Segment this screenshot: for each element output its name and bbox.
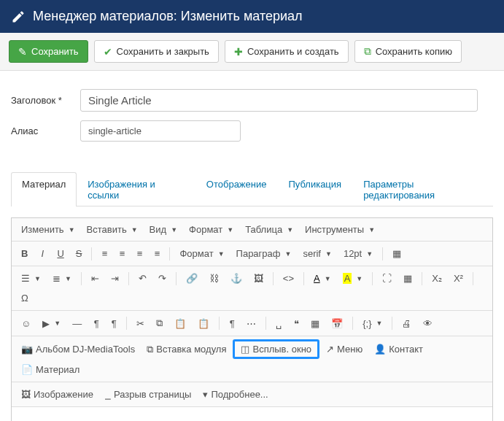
imageinsert-button[interactable]: 🖼Изображение — [16, 385, 98, 403]
fullscreen-button[interactable]: ⛶ — [377, 269, 397, 287]
align-justify-button[interactable]: ≡ — [149, 244, 165, 263]
paste-button[interactable]: 📋 — [169, 314, 191, 333]
align-center-button[interactable]: ≡ — [114, 244, 130, 263]
align-right-button[interactable]: ≡ — [131, 244, 147, 263]
showblocks-button[interactable]: ¶ — [224, 314, 240, 333]
tab-material[interactable]: Материал — [11, 172, 77, 206]
nbsp-button[interactable]: ␣ — [271, 314, 287, 333]
menu-edit[interactable]: Изменить▼ — [16, 221, 80, 238]
module-icon: ⧉ — [147, 344, 153, 355]
paragraph-select[interactable]: Параграф▼ — [231, 245, 297, 262]
bold-button[interactable]: B — [16, 244, 33, 263]
bgcolor-button[interactable]: A▼ — [338, 269, 368, 287]
tabs: Материал Изображения и ссылки Отображени… — [11, 172, 493, 206]
align-left-button[interactable]: ≡ — [96, 244, 112, 263]
menu-table[interactable]: Таблица▼ — [240, 221, 298, 238]
module-button[interactable]: ⧉Вставка модуля — [141, 340, 231, 359]
title-input[interactable] — [80, 89, 478, 112]
content-p1: Lorem ipsum dolor sit amet, consectetur … — [23, 418, 481, 421]
menu-tools[interactable]: Инструменты▼ — [300, 221, 380, 238]
copy-icon: ⧉ — [364, 45, 371, 58]
crop-icon: ◫ — [241, 344, 249, 355]
popup-button[interactable]: ◫Всплыв. окно — [233, 339, 319, 359]
hr-button[interactable]: — — [67, 314, 87, 333]
menuitem-button[interactable]: ↗Меню — [321, 340, 368, 358]
template-button[interactable]: ▦ — [387, 244, 406, 263]
unlink-button[interactable]: ⛓ — [204, 269, 224, 287]
save-copy-button[interactable]: ⧉Сохранить копию — [354, 40, 462, 63]
contact-button[interactable]: 👤Контакт — [369, 340, 428, 358]
print-button[interactable]: 🖨 — [397, 314, 416, 333]
ul-button[interactable]: ☰▼ — [16, 269, 46, 287]
textcolor-button[interactable]: A▼ — [309, 269, 336, 287]
tab-display[interactable]: Отображение — [195, 172, 278, 206]
superscript-button[interactable]: X² — [449, 269, 468, 287]
redo-button[interactable]: ↷ — [153, 269, 171, 287]
image-button[interactable]: 🖼 — [249, 269, 268, 287]
code-button[interactable]: <> — [278, 269, 299, 287]
menu-format[interactable]: Формат▼ — [184, 221, 239, 238]
codesample-button[interactable]: {;}▼ — [357, 314, 387, 333]
tab-publish[interactable]: Публикация — [277, 172, 352, 206]
font-select[interactable]: serif▼ — [298, 245, 336, 262]
italic-button[interactable]: I — [34, 244, 50, 263]
tab-params[interactable]: Параметры редактирования — [352, 172, 493, 206]
outdent-button[interactable]: ⇤ — [86, 269, 104, 287]
title-label: Заголовок * — [11, 95, 80, 106]
undo-button[interactable]: ↶ — [133, 269, 152, 287]
insertdate-button[interactable]: 📅 — [326, 314, 348, 333]
check-icon: ✎ — [18, 46, 27, 58]
cut-button[interactable]: ✂ — [131, 314, 150, 333]
editor-toolbar-5: 🖼Изображение ⎯Разрыв страницы ▾Подробнее… — [12, 382, 492, 407]
alias-input[interactable] — [80, 120, 241, 142]
link-button[interactable]: 🔗 — [181, 269, 203, 287]
editor-toolbar-1: B I U S ≡ ≡ ≡ ≡ Формат▼ Параграф▼ serif▼… — [12, 242, 492, 266]
editor: Изменить▼ Вставить▼ Вид▼ Формат▼ Таблица… — [11, 217, 493, 421]
alias-label: Алиас — [11, 125, 80, 136]
tab-images[interactable]: Изображения и ссылки — [77, 172, 195, 206]
image-icon: 🖼 — [21, 389, 31, 400]
rtl-button[interactable]: ¶ — [106, 314, 122, 333]
menu-view[interactable]: Вид▼ — [144, 221, 182, 238]
chevron-down-icon: ▾ — [203, 389, 208, 400]
save-button[interactable]: ✎Сохранить — [9, 40, 88, 63]
indent-button[interactable]: ⇥ — [106, 269, 124, 287]
media-button[interactable]: ▶▼ — [37, 314, 66, 333]
size-select[interactable]: 12pt▼ — [338, 245, 378, 262]
ltr-button[interactable]: ¶ — [88, 314, 104, 333]
page-title: Менеджер материалов: Изменить материал — [33, 9, 303, 24]
preview-button[interactable]: 👁 — [418, 314, 438, 333]
pastetext-button[interactable]: 📋 — [193, 314, 214, 333]
readmore-button[interactable]: ▾Подробнее... — [198, 385, 273, 403]
template2-button[interactable]: ▦ — [306, 314, 325, 333]
pagebreak-button[interactable]: ⎯Разрыв страницы — [100, 385, 197, 403]
underline-button[interactable]: U — [52, 244, 69, 263]
table-button[interactable]: ▦ — [398, 269, 417, 287]
file-icon: 📄 — [21, 364, 33, 375]
emoticon-button[interactable]: ☺ — [16, 314, 36, 333]
format-select[interactable]: Формат▼ — [174, 245, 229, 262]
editor-content[interactable]: Lorem ipsum dolor sit amet, consectetur … — [12, 407, 492, 421]
form-area: Заголовок * Алиас — [0, 71, 504, 161]
page-header: Менеджер материалов: Изменить материал — [0, 0, 504, 33]
anchor-button[interactable]: ⚓ — [225, 269, 247, 287]
editor-toolbar-2: ☰▼ ≣▼ ⇤ ⇥ ↶ ↷ 🔗 ⛓ ⚓ 🖼 <> A▼ A▼ ⛶ ▦ X₂ X²… — [12, 266, 492, 311]
share-icon: ↗ — [326, 344, 334, 355]
pagebreak-icon: ⎯ — [105, 389, 111, 400]
album-button[interactable]: 📷Альбом DJ-MediaTools — [16, 340, 140, 358]
visualchars-button[interactable]: ⋯ — [241, 314, 261, 333]
blockquote-button[interactable]: ❝ — [288, 314, 304, 333]
ol-button[interactable]: ≣▼ — [47, 269, 77, 287]
editor-toolbar-3: ☺ ▶▼ — ¶ ¶ ✂ ⧉ 📋 📋 ¶ ⋯ ␣ ❝ ▦ 📅 {;}▼ 🖨 👁 — [12, 311, 492, 336]
strike-button[interactable]: S — [71, 244, 88, 263]
article-button[interactable]: 📄Материал — [16, 360, 85, 379]
copy-button[interactable]: ⧉ — [151, 314, 168, 333]
save-new-button[interactable]: ✚Сохранить и создать — [225, 40, 349, 63]
contact-icon: 👤 — [374, 344, 386, 355]
check-icon: ✔ — [104, 46, 112, 58]
charmap-button[interactable]: Ω — [16, 289, 34, 307]
menu-insert[interactable]: Вставить▼ — [82, 221, 143, 238]
subscript-button[interactable]: X₂ — [427, 269, 447, 287]
save-close-button[interactable]: ✔Сохранить и закрыть — [94, 40, 219, 63]
action-toolbar: ✎Сохранить ✔Сохранить и закрыть ✚Сохрани… — [0, 33, 504, 71]
